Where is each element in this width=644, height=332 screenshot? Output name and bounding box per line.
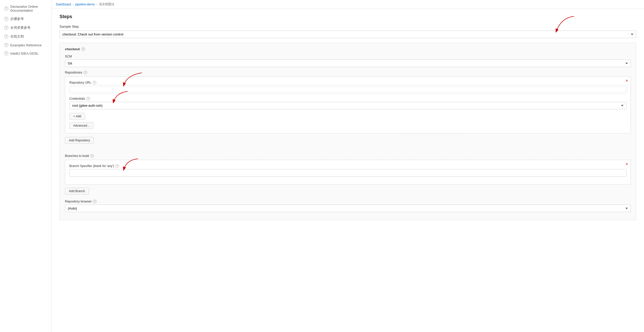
add-branch-area: Add Branch	[65, 188, 631, 194]
checkout-help-icon[interactable]: ?	[81, 47, 85, 51]
repositories-label: Repositories	[65, 71, 82, 74]
add-credentials-area: + Add	[69, 113, 626, 120]
sidebar-item-declarative-docs[interactable]: ? Declarative Online Documentation	[0, 3, 51, 15]
help-icon-5: ?	[4, 51, 8, 55]
credentials-group: Credentials ? root (gitee-auth	[69, 97, 626, 109]
repo-browser-help-icon[interactable]: ?	[93, 200, 97, 203]
sample-step-select[interactable]: checkout: Check out from version control	[60, 31, 636, 38]
sidebar-item-global-vars[interactable]: ? 全局变量参考	[0, 23, 51, 32]
add-repository-button[interactable]: Add Repository	[65, 137, 94, 144]
branches-label: Branches to build	[65, 154, 89, 158]
repository-box: × Repository URL ?	[65, 76, 631, 133]
breadcrumb: Dashboard › pipeline-demo › 流水线图法	[52, 0, 644, 9]
repo-browser-group: Repository browser ? (Auto)	[65, 200, 631, 212]
repo-url-label: Repository URL	[69, 81, 91, 84]
sidebar-item-idea-gdsl[interactable]: ? IntelliJ IDEA GDSL	[0, 49, 51, 57]
page-title: Steps	[60, 14, 636, 19]
branch-specifier-help-icon[interactable]: ?	[115, 164, 119, 168]
branches-section: Branches to build ? × Branch Specifier (…	[65, 154, 631, 194]
scm-select[interactable]: Git	[65, 60, 631, 67]
help-icon-2: ?	[4, 26, 8, 30]
branch-specifier-label: Branch Specifier (blank for 'any')	[69, 164, 114, 168]
add-credentials-button[interactable]: + Add	[69, 113, 85, 120]
breadcrumb-pipeline[interactable]: pipeline-demo	[75, 3, 95, 6]
branch-specifier-group: Branch Specifier (blank for 'any') ? */m…	[69, 164, 626, 177]
scm-group: SCM Git	[65, 55, 631, 67]
help-icon-4: ?	[4, 43, 8, 47]
repo-browser-select[interactable]: (Auto)	[65, 205, 631, 212]
repositories-section: Repositories ? × Repository URL ?	[65, 71, 631, 133]
add-branch-button[interactable]: Add Branch	[65, 188, 89, 194]
checkout-title: checkout	[65, 47, 80, 51]
main-content: Steps Sample Step checkout: Check out fr…	[52, 9, 644, 332]
branch-specifier-input[interactable]: */master	[69, 169, 626, 177]
help-icon-1: ?	[4, 17, 8, 21]
sidebar: ? Declarative Online Documentation ? 步骤参…	[0, 0, 52, 332]
sidebar-item-steps-ref[interactable]: ? 步骤参考	[0, 15, 51, 23]
checkout-title-row: checkout ?	[65, 47, 631, 51]
help-icon-0: ?	[4, 6, 8, 11]
add-repository-area: Add Repository	[65, 137, 631, 149]
sample-step-label: Sample Step	[60, 25, 636, 28]
credentials-select[interactable]: root (gitee-auth-ssh)	[69, 102, 626, 109]
advanced-area: Advanced...	[69, 122, 626, 129]
repo-url-input[interactable]: http://192.168.1.sd/jenkins...	[69, 86, 626, 93]
advanced-button[interactable]: Advanced...	[69, 122, 93, 129]
help-icon-3: ?	[4, 34, 8, 39]
repo-url-group: Repository URL ? http://192.168.1.sd/jen…	[69, 81, 626, 93]
repo-url-help-icon[interactable]: ?	[93, 81, 96, 84]
remove-repository-button[interactable]: ×	[626, 79, 628, 83]
branches-help-icon[interactable]: ?	[90, 154, 94, 158]
breadcrumb-dashboard[interactable]: Dashboard	[56, 3, 71, 6]
repo-browser-label: Repository browser	[65, 200, 92, 203]
credentials-help-icon[interactable]: ?	[86, 97, 90, 100]
repositories-help-icon[interactable]: ?	[84, 71, 87, 74]
remove-branch-button[interactable]: ×	[626, 162, 628, 166]
breadcrumb-current: 流水线图法	[99, 2, 114, 6]
sidebar-item-examples-ref[interactable]: ? Examples Reference	[0, 41, 51, 49]
scm-label: SCM	[65, 55, 631, 58]
credentials-label: Credentials	[69, 97, 85, 100]
branch-box: × Branch Specifier (blank for 'any') ?	[65, 160, 631, 185]
sidebar-item-online-docs[interactable]: ? 在线文档	[0, 32, 51, 41]
